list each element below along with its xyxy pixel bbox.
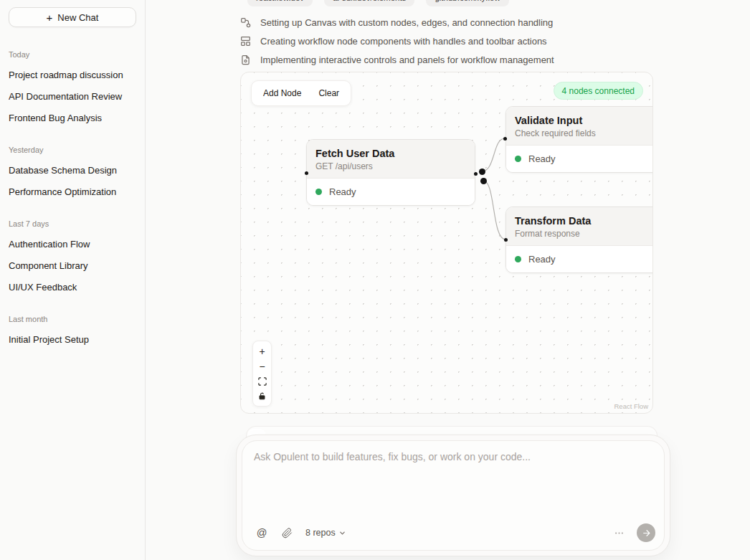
node-title: Validate Input [515,115,653,126]
chevron-down-icon [339,530,346,536]
nodes-connected-badge: 4 nodes connected [554,82,643,100]
lock-icon [258,392,266,400]
node-title: Fetch User Data [315,148,466,159]
node-subtitle: GET /api/users [315,161,466,171]
chip-reactflow[interactable]: reactflow.dev [247,0,313,6]
task-text: Implementing interactive controls and pa… [260,54,554,65]
source-chips: reactflow.dev ai-sdk.dev/elements github… [240,0,653,6]
node-title: Transform Data [515,215,653,227]
send-button[interactable] [637,523,655,542]
zoom-out-button[interactable]: − [253,359,271,374]
canvas-controls: + − [252,341,272,407]
edge-source-dot[interactable] [479,169,485,175]
plus-icon: + [47,12,53,23]
handle-fetch-left[interactable] [305,171,308,175]
sidebar-section-lastmonth: Last month Initial Project Setup [9,315,136,350]
sidebar-item-uiux-feedback[interactable]: UI/UX Feedback [9,276,136,298]
app-window: + New Chat Today Project roadmap discuss… [0,0,750,560]
ellipsis-icon [614,528,625,538]
paperclip-icon [282,528,293,538]
status-dot [515,156,521,162]
status-dot [315,189,322,195]
at-sign-icon: @ [257,527,267,538]
node-status: Ready [528,254,556,265]
repos-label: 8 repos [305,528,336,538]
node-fetch-user-data[interactable]: Fetch User Data GET /api/users Ready [306,139,475,206]
clear-button[interactable]: Clear [318,88,339,98]
zoom-in-icon: + [259,346,265,356]
sidebar-item-performance[interactable]: Performance Optimization [9,181,136,202]
composer-toolbar-left: @ 8 repos [252,523,346,542]
fit-view-icon [258,377,267,386]
composer-toolbar-right [609,523,655,542]
sidebar: + New Chat Today Project roadmap discuss… [0,0,146,560]
node-header: Transform Data Format response [506,207,653,246]
task-text: Creating workflow node components with h… [260,36,547,47]
sidebar-item-authentication[interactable]: Authentication Flow [9,233,136,255]
task-row[interactable]: Setting up Canvas with custom nodes, edg… [240,13,653,32]
new-chat-button[interactable]: + New Chat [9,7,136,27]
fit-view-button[interactable] [253,374,271,389]
chip-ai-sdk[interactable]: ai-sdk.dev/elements [324,0,414,6]
section-label: Last month [9,315,136,323]
layout-panel-icon [240,36,251,47]
handle-validate-left[interactable] [503,137,507,141]
arrow-right-icon [642,528,651,538]
node-status: Ready [528,153,556,164]
sidebar-section-last7days: Last 7 days Authentication Flow Componen… [9,219,136,298]
node-body: Ready [506,146,653,172]
sidebar-item-project-roadmap[interactable]: Project roadmap discussion [9,64,136,85]
node-header: Fetch User Data GET /api/users [307,140,475,179]
canvas-toolbar: Add Node Clear [251,80,351,106]
edge-fetch-transform [483,181,505,239]
reactflow-attribution-link[interactable]: React Flow [614,402,648,410]
task-row[interactable]: Creating workflow node components with h… [240,32,653,50]
node-body: Ready [506,246,653,272]
node-subtitle: Format response [515,229,653,239]
composer-card: @ 8 repos [236,435,670,556]
handle-fetch-right[interactable] [474,172,478,176]
sidebar-item-api-docs[interactable]: API Documentation Review [9,85,136,107]
lock-button[interactable] [253,389,271,404]
workflow-icon [240,17,251,28]
new-chat-label: New Chat [57,12,98,23]
section-label: Yesterday [9,146,136,154]
node-transform-data[interactable]: Transform Data Format response Ready [505,207,653,273]
sidebar-item-component-library[interactable]: Component Library [9,255,136,276]
handle-transform-left[interactable] [504,238,508,242]
chat-content: reactflow.dev ai-sdk.dev/elements github… [240,0,653,414]
task-list: Setting up Canvas with custom nodes, edg… [240,13,653,69]
edge-fetch-validate [482,138,505,171]
more-options-button[interactable] [609,523,628,542]
status-dot [515,256,521,262]
node-status: Ready [329,186,356,197]
attach-button[interactable] [277,523,296,542]
zoom-in-button[interactable]: + [253,343,271,359]
sidebar-section-yesterday: Yesterday Database Schema Design Perform… [9,146,136,202]
sidebar-section-today: Today Project roadmap discussion API Doc… [9,50,136,128]
workflow-canvas[interactable]: Fetch User Data GET /api/users Ready Val… [240,72,653,414]
repos-dropdown[interactable]: 8 repos [305,528,346,538]
node-header: Validate Input Check required fields [506,107,653,146]
main-area: reactflow.dev ai-sdk.dev/elements github… [146,0,750,560]
composer-area: @ 8 repos [236,435,670,556]
section-label: Last 7 days [9,219,136,228]
chat-input[interactable] [242,441,664,516]
node-subtitle: Check required fields [515,128,653,138]
sidebar-item-initial-setup[interactable]: Initial Project Setup [9,328,136,350]
edge-source-dot[interactable] [480,178,487,184]
node-validate-input[interactable]: Validate Input Check required fields Rea… [505,106,653,173]
add-node-button[interactable]: Add Node [263,88,301,98]
node-body: Ready [307,179,475,205]
sidebar-item-database-schema[interactable]: Database Schema Design [9,159,136,181]
zoom-out-icon: − [259,361,265,371]
section-label: Today [9,50,136,59]
chip-github-xyflow[interactable]: github.com/xyflow [426,0,508,6]
composer-inner: @ 8 repos [242,440,665,551]
task-row[interactable]: Implementing interactive controls and pa… [240,50,653,69]
mention-button[interactable]: @ [252,523,271,542]
file-icon [240,54,251,65]
sidebar-item-frontend-bug[interactable]: Frontend Bug Analysis [9,107,136,128]
composer-toolbar: @ 8 repos [242,516,664,550]
task-text: Setting up Canvas with custom nodes, edg… [260,17,553,28]
